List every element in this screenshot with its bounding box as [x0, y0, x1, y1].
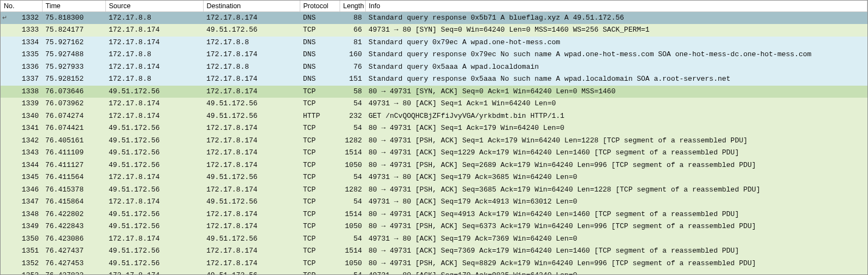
cell-length: 54	[340, 270, 365, 275]
cell-protocol: DNS	[300, 37, 340, 49]
packet-row[interactable]: 134576.411564172.17.8.17449.51.172.56TCP…	[1, 171, 867, 184]
cell-destination: 172.17.8.174	[203, 258, 300, 270]
cell-destination: 172.17.8.174	[203, 147, 300, 159]
cell-destination: 49.51.172.56	[203, 196, 300, 208]
cell-protocol: TCP	[300, 86, 340, 98]
cell-destination: 172.17.8.174	[203, 159, 300, 172]
cell-destination: 172.17.8.174	[203, 86, 300, 98]
column-header-info[interactable]: Info	[365, 1, 867, 11]
cell-info: 80 → 49731 [SYN, ACK] Seq=0 Ack=1 Win=64…	[365, 86, 867, 98]
cell-time: 75.927162	[42, 37, 105, 49]
packet-row[interactable]: 134876.42280249.51.172.56172.17.8.174TCP…	[1, 208, 867, 221]
cell-length: 1282	[340, 184, 365, 196]
cell-destination: 49.51.172.56	[203, 24, 300, 37]
cell-source: 49.51.172.56	[105, 122, 203, 135]
cell-no: 1345	[1, 171, 42, 184]
packet-row[interactable]: 134076.074274172.17.8.17449.51.172.56HTT…	[1, 110, 867, 123]
cell-length: 232	[340, 110, 365, 123]
cell-protocol: TCP	[300, 258, 340, 270]
column-header-dest[interactable]: Destination	[203, 1, 300, 11]
cell-source: 172.17.8.8	[105, 11, 203, 24]
packet-row[interactable]: 133976.073962172.17.8.17449.51.172.56TCP…	[1, 98, 867, 110]
column-header-no[interactable]: No.	[1, 1, 42, 11]
cell-protocol: HTTP	[300, 110, 340, 123]
cell-info: 80 → 49731 [PSH, ACK] Seq=8829 Ack=179 W…	[365, 258, 867, 270]
cell-info: Standard query response 0x79ec No such n…	[365, 49, 867, 61]
packet-list-table[interactable]: No. Time Source Destination Protocol Len…	[1, 1, 867, 275]
cell-time: 75.824177	[42, 24, 105, 37]
column-header-protocol[interactable]: Protocol	[300, 1, 340, 11]
packet-row[interactable]: 133275.818300172.17.8.8172.17.8.174DNS88…	[1, 11, 867, 24]
cell-time: 76.422843	[42, 220, 105, 233]
cell-source: 172.17.8.174	[105, 270, 203, 275]
packet-row[interactable]: 134376.41110949.51.172.56172.17.8.174TCP…	[1, 147, 867, 159]
cell-protocol: TCP	[300, 220, 340, 233]
cell-source: 49.51.172.56	[105, 258, 203, 270]
packet-row[interactable]: 133775.928152172.17.8.8172.17.8.174DNS15…	[1, 73, 867, 86]
cell-length: 58	[340, 86, 365, 98]
cell-time: 76.405161	[42, 135, 105, 147]
packet-row[interactable]: 133675.927933172.17.8.174172.17.8.8DNS76…	[1, 61, 867, 74]
packet-row[interactable]: 135376.427822172.17.8.17449.51.172.56TCP…	[1, 270, 867, 275]
cell-source: 172.17.8.174	[105, 171, 203, 184]
cell-time: 76.427437	[42, 245, 105, 258]
cell-time: 76.411109	[42, 147, 105, 159]
cell-info: 80 → 49731 [PSH, ACK] Seq=2689 Ack=179 W…	[365, 159, 867, 172]
cell-length: 160	[340, 49, 365, 61]
cell-protocol: TCP	[300, 122, 340, 135]
packet-row[interactable]: 133876.07364649.51.172.56172.17.8.174TCP…	[1, 86, 867, 98]
packet-row[interactable]: 133475.927162172.17.8.174172.17.8.8DNS81…	[1, 37, 867, 49]
packet-list-body[interactable]: 133275.818300172.17.8.8172.17.8.174DNS88…	[1, 11, 867, 275]
packet-row[interactable]: 134476.41112749.51.172.56172.17.8.174TCP…	[1, 159, 867, 172]
cell-length: 81	[340, 37, 365, 49]
packet-row[interactable]: 134276.40516149.51.172.56172.17.8.174TCP…	[1, 135, 867, 147]
cell-length: 1514	[340, 208, 365, 221]
cell-destination: 172.17.8.174	[203, 245, 300, 258]
cell-no: 1343	[1, 147, 42, 159]
cell-info: 80 → 49731 [PSH, ACK] Seq=6373 Ack=179 W…	[365, 220, 867, 233]
cell-no: 1344	[1, 159, 42, 172]
column-header-source[interactable]: Source	[105, 1, 203, 11]
packet-row[interactable]: 133575.927488172.17.8.8172.17.8.174DNS16…	[1, 49, 867, 61]
cell-info: 80 → 49731 [ACK] Seq=1229 Ack=179 Win=64…	[365, 147, 867, 159]
cell-no: 1353	[1, 270, 42, 275]
packet-row[interactable]: 134976.42284349.51.172.56172.17.8.174TCP…	[1, 220, 867, 233]
cell-source: 49.51.172.56	[105, 86, 203, 98]
packet-row[interactable]: 134176.07442149.51.172.56172.17.8.174TCP…	[1, 122, 867, 135]
cell-protocol: DNS	[300, 61, 340, 74]
cell-source: 172.17.8.174	[105, 98, 203, 110]
cell-info: 49731 → 80 [ACK] Seq=1 Ack=1 Win=64240 L…	[365, 98, 867, 110]
packet-row[interactable]: 134676.41537849.51.172.56172.17.8.174TCP…	[1, 184, 867, 196]
cell-length: 54	[340, 233, 365, 246]
column-header-length[interactable]: Length	[340, 1, 365, 11]
cell-protocol: TCP	[300, 171, 340, 184]
cell-info: 80 → 49731 [PSH, ACK] Seq=3685 Ack=179 W…	[365, 184, 867, 196]
cell-length: 1514	[340, 245, 365, 258]
cell-time: 76.074421	[42, 122, 105, 135]
cell-source: 49.51.172.56	[105, 208, 203, 221]
packet-row[interactable]: 135176.42743749.51.172.56172.17.8.174TCP…	[1, 245, 867, 258]
cell-no: 1337	[1, 73, 42, 86]
cell-length: 66	[340, 24, 365, 37]
cell-destination: 172.17.8.174	[203, 122, 300, 135]
cell-time: 76.411127	[42, 159, 105, 172]
cell-time: 76.422802	[42, 208, 105, 221]
cell-source: 172.17.8.174	[105, 61, 203, 74]
cell-time: 75.927933	[42, 61, 105, 74]
cell-time: 76.415378	[42, 184, 105, 196]
cell-time: 76.423086	[42, 233, 105, 246]
packet-row[interactable]: 133375.824177172.17.8.17449.51.172.56TCP…	[1, 24, 867, 37]
cell-no: 1342	[1, 135, 42, 147]
cell-no: 1332	[1, 11, 42, 24]
cell-protocol: TCP	[300, 147, 340, 159]
packet-row[interactable]: 135276.42745349.51.172.56172.17.8.174TCP…	[1, 258, 867, 270]
column-header-time[interactable]: Time	[42, 1, 105, 11]
packet-list-header[interactable]: No. Time Source Destination Protocol Len…	[1, 1, 867, 11]
cell-destination: 172.17.8.174	[203, 208, 300, 221]
cell-destination: 49.51.172.56	[203, 171, 300, 184]
cell-time: 76.415864	[42, 196, 105, 208]
cell-protocol: TCP	[300, 233, 340, 246]
cell-no: 1350	[1, 233, 42, 246]
packet-row[interactable]: 135076.423086172.17.8.17449.51.172.56TCP…	[1, 233, 867, 246]
packet-row[interactable]: 134776.415864172.17.8.17449.51.172.56TCP…	[1, 196, 867, 208]
